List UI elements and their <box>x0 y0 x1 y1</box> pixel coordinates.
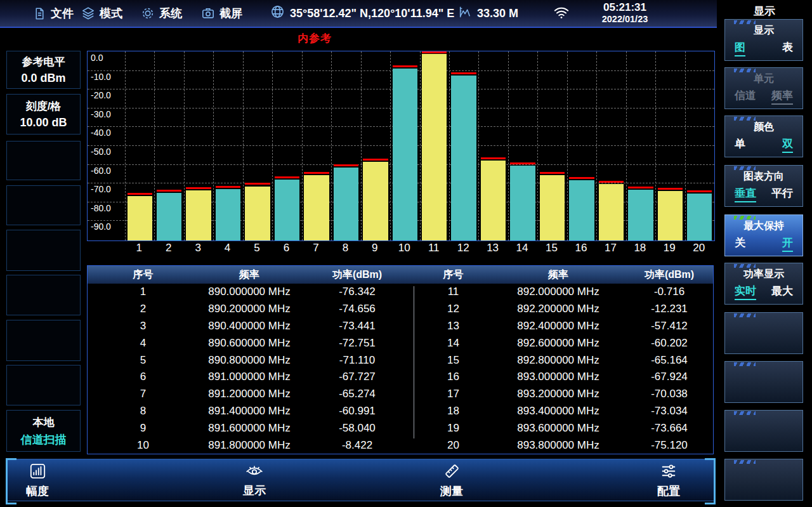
softkey-option[interactable]: 开 <box>782 235 793 252</box>
table-cell: 19 <box>414 422 492 435</box>
channel-bar-9 <box>363 162 388 240</box>
softkey-option[interactable]: 平行 <box>771 186 793 202</box>
softkey-9[interactable]: 本地信道扫描 <box>6 410 81 452</box>
channel-bar-2 <box>157 193 181 240</box>
right-softkey-3[interactable]: 颜色单双 <box>724 115 803 157</box>
right-softkey-4[interactable]: 图表方向垂直平行 <box>724 165 803 207</box>
right-softkey-1[interactable]: 显示图表 <box>724 19 803 61</box>
softkey-value: 0.0 dBm <box>7 72 80 85</box>
channel-bar-5 <box>245 187 270 241</box>
button-corner-decoration <box>734 69 756 72</box>
table-cell: 16 <box>414 371 492 383</box>
gps-readout: 35°58'12.42" N,120°10'11.94" E <box>270 0 454 27</box>
x-gridline <box>213 51 214 240</box>
x-axis-tick-label: 14 <box>508 242 537 254</box>
x-axis-tick-label: 12 <box>449 242 478 254</box>
table-cell: 4 <box>88 337 199 350</box>
channel-table-header: 序号频率功率(dBm)序号频率功率(dBm) <box>88 266 713 284</box>
table-cell: 891.000000 MHz <box>199 371 300 383</box>
softkey-option[interactable]: 表 <box>782 40 793 56</box>
softkey-2[interactable]: 刻度/格10.00 dB <box>6 94 81 135</box>
table-header-cell: 序号 <box>414 268 492 282</box>
table-cell: 18 <box>414 405 492 418</box>
button-corner-decoration <box>734 411 756 415</box>
channel-bar-18 <box>628 190 653 240</box>
channel-bar-16 <box>569 180 594 240</box>
table-row: 7891.200000 MHz-65.27417893.200000 MHz-7… <box>88 386 713 403</box>
table-cell: 12 <box>414 303 492 315</box>
softkey-title: 刻度/格 <box>7 99 80 114</box>
softkey-empty-7 <box>6 320 81 361</box>
table-header-cell: 功率(dBm) <box>624 268 714 282</box>
x-axis-tick-label: 19 <box>655 242 684 254</box>
x-gridline <box>420 51 421 240</box>
bottom-bar-item-ruler[interactable]: 测量 <box>423 463 480 499</box>
menu-item-layers[interactable]: 模式 <box>81 0 122 27</box>
table-cell: 890.600000 MHz <box>199 337 300 350</box>
softkey-option[interactable]: 垂直 <box>735 186 756 202</box>
menu-item-camera[interactable]: 截屏 <box>201 0 242 27</box>
x-axis-tick-label: 6 <box>272 242 301 254</box>
max-hold-cap-5 <box>245 183 270 185</box>
right-softkey-6[interactable]: 功率显示实时最大 <box>724 263 803 305</box>
x-axis-tick-label: 18 <box>625 242 655 254</box>
max-hold-cap-17 <box>599 181 624 183</box>
x-axis-tick-label: 7 <box>301 242 331 254</box>
table-cell: 890.400000 MHz <box>199 320 300 333</box>
x-axis-tick-label: 16 <box>566 242 596 254</box>
bottom-bar-item-eye[interactable]: 显示 <box>226 463 283 498</box>
x-gridline <box>243 51 244 240</box>
x-gridline <box>331 51 332 240</box>
button-corner-decoration <box>734 313 756 317</box>
softkey-option[interactable]: 关 <box>735 235 745 252</box>
table-cell: 17 <box>414 388 492 400</box>
table-cell: -67.727 <box>300 371 414 383</box>
amplitude-icon <box>29 471 46 482</box>
button-corner-decoration <box>734 117 756 121</box>
altitude-icon <box>458 5 472 22</box>
camera-icon <box>201 7 215 20</box>
channel-scan-bar-chart: 0.0-10.0-20.0-30.0-40.0-50.0-60.0-70.0-8… <box>87 51 715 241</box>
softkey-option[interactable]: 双 <box>782 136 793 153</box>
softkey-option[interactable]: 最大 <box>771 284 793 300</box>
y-axis-tick-label: -20.0 <box>91 90 111 100</box>
channel-bar-10 <box>393 69 417 240</box>
y-axis-tick-label: -90.0 <box>91 221 111 232</box>
x-axis-tick-label: 10 <box>390 242 419 254</box>
softkey-title: 图表方向 <box>725 170 802 183</box>
softkey-option[interactable]: 图 <box>735 40 745 56</box>
table-cell: -57.412 <box>624 320 714 333</box>
table-center-divider <box>414 286 414 438</box>
softkey-option[interactable]: 信道 <box>735 88 756 105</box>
max-hold-cap-16 <box>569 177 594 179</box>
channel-bar-4 <box>216 189 240 240</box>
softkey-option[interactable]: 单 <box>735 136 745 153</box>
table-row: 10891.800000 MHz-8.42220893.800000 MHz-7… <box>88 437 713 454</box>
wifi-icon <box>553 6 570 22</box>
right-softkey-empty-9 <box>724 410 803 452</box>
right-softkey-5[interactable]: 最大保持关开 <box>724 214 803 256</box>
y-axis-tick-label: -80.0 <box>91 203 111 213</box>
channel-bar-20 <box>687 194 712 240</box>
chart-x-axis-labels: 1234567891011121314151617181920 <box>87 242 714 257</box>
table-cell: -75.120 <box>624 439 714 452</box>
bracket-right-decoration <box>705 458 716 504</box>
bottom-bar-item-amplitude[interactable]: 幅度 <box>9 463 66 499</box>
menu-item-gear[interactable]: 系统 <box>141 0 182 27</box>
softkey-1[interactable]: 参考电平0.0 dBm <box>6 51 81 89</box>
bottom-bar-item-sliders[interactable]: 配置 <box>640 463 697 499</box>
x-gridline <box>626 51 627 240</box>
x-axis-tick-label: 1 <box>124 242 154 254</box>
menu-item-file[interactable]: 文件 <box>33 0 74 27</box>
right-softkey-empty-8 <box>724 361 803 403</box>
softkey-option[interactable]: 频率 <box>771 88 793 105</box>
softkey-option[interactable]: 实时 <box>735 284 756 300</box>
bottom-bar-label: 配置 <box>640 484 697 499</box>
x-axis-tick-label: 4 <box>213 242 242 254</box>
layers-icon <box>81 6 95 20</box>
right-softkey-2[interactable]: 单元信道频率 <box>724 67 803 109</box>
table-cell: 892.000000 MHz <box>492 286 624 298</box>
max-hold-cap-20 <box>687 190 712 192</box>
table-row: 2890.200000 MHz-74.65612892.200000 MHz-1… <box>88 301 713 318</box>
max-hold-cap-15 <box>540 172 565 174</box>
